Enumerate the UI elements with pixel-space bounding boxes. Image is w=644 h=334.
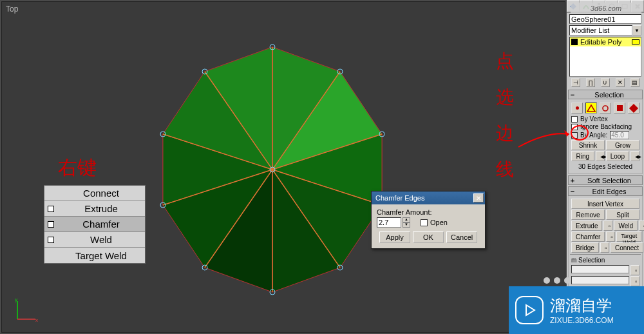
open-checkbox[interactable]	[421, 219, 428, 226]
watermark-top: 3d66.com	[571, 3, 641, 14]
border-subobj-button[interactable]	[600, 103, 611, 113]
chamfer-button[interactable]: Chamfer	[571, 231, 605, 242]
configure-icon[interactable]: ▤	[630, 78, 639, 87]
dialog-titlebar[interactable]: Chamfer Edges ✕	[372, 192, 485, 204]
weld-settings-button[interactable]: ▫	[639, 221, 644, 231]
chamfer-dialog: Chamfer Edges ✕ Chamfer Amount: ▲ ▼ Open…	[371, 191, 486, 249]
annotation-vert-0: 点	[496, 49, 514, 74]
make-unique-icon[interactable]: ∪	[601, 78, 610, 87]
open-label: Open	[430, 219, 448, 226]
target-weld-button[interactable]: Target Weld	[616, 231, 641, 242]
viewport-label: Top	[6, 5, 18, 14]
spinner-down-icon[interactable]: ▼	[402, 222, 410, 228]
object-name-field[interactable]: GeoSphere01	[569, 14, 641, 24]
chevron-down-icon[interactable]: ▼	[632, 25, 641, 35]
polygon-subobj-button[interactable]	[614, 103, 625, 113]
selection-status: 30 Edges Selected	[571, 162, 639, 172]
svg-point-41	[603, 106, 608, 111]
context-item-extrude[interactable]: Extrude	[44, 201, 145, 217]
split-button[interactable]: Split	[606, 210, 639, 220]
branding-box: 溜溜自学 ZIXUE.3D66.COM	[509, 286, 644, 334]
svg-text:y: y	[15, 297, 17, 302]
chamfer-amount-label: Chamfer Amount:	[377, 208, 480, 216]
by-angle-checkbox[interactable]	[571, 132, 578, 139]
minus-icon: −	[569, 91, 576, 99]
bridge-button[interactable]: Bridge	[571, 242, 599, 253]
ignore-backfacing-checkbox[interactable]	[571, 124, 578, 130]
selection-rollout: − Selection By Vertex Ignore Backfacing …	[568, 90, 643, 174]
spinner-up-icon[interactable]: ▲	[402, 217, 410, 222]
extrude-button[interactable]: Extrude	[571, 221, 602, 231]
decorative-dots	[544, 277, 571, 284]
soft-selection-rollout: + Soft Selection	[568, 175, 643, 185]
stack-item-label: Editable Poly	[580, 38, 621, 46]
ignore-backfacing-label: Ignore Backfacing	[580, 123, 632, 130]
annotation-right-click: 右键	[58, 155, 97, 181]
annotation-vertical: 点 选 边 线	[496, 49, 514, 182]
context-item-weld[interactable]: Weld	[44, 232, 145, 248]
context-label: Weld	[57, 234, 145, 245]
remove-button[interactable]: Remove	[571, 210, 605, 220]
remove-mod-icon[interactable]: ✕	[616, 78, 625, 87]
brand-title: 溜溜自学	[550, 295, 614, 316]
context-menu: Connect Extrude Chamfer Weld Target Weld	[44, 185, 146, 264]
loop-spinner[interactable]: ◂▸	[630, 151, 639, 161]
by-angle-value: 45.0	[610, 131, 629, 139]
pin-stack-icon[interactable]: ⊣	[571, 78, 580, 87]
context-item-target-weld[interactable]: Target Weld	[44, 248, 145, 263]
grow-button[interactable]: Grow	[606, 140, 639, 150]
close-icon[interactable]: ✕	[473, 193, 484, 202]
by-vertex-checkbox[interactable]	[571, 116, 578, 123]
chamfer-settings-button[interactable]: ▫	[606, 231, 615, 242]
bulb-icon[interactable]	[571, 39, 578, 45]
annotation-vert-3: 线	[496, 157, 514, 182]
rollout-header-edit-edges[interactable]: − Edit Edges	[568, 186, 643, 196]
connect-button[interactable]: Connect	[611, 242, 643, 253]
rollout-header-selection[interactable]: − Selection	[568, 90, 643, 99]
context-item-chamfer[interactable]: Chamfer	[44, 217, 145, 232]
loop-button[interactable]: Loop	[606, 151, 629, 161]
annotation-vert-1: 选	[496, 85, 514, 110]
misc-value-field-2[interactable]	[571, 276, 629, 284]
axis-gizmo: y x	[14, 297, 39, 323]
edge-subobj-button[interactable]	[585, 103, 597, 113]
settings-box-icon[interactable]	[48, 206, 54, 212]
context-label: Chamfer	[57, 219, 145, 230]
misc-section-label: m Selection	[571, 256, 639, 264]
settings-box-icon[interactable]	[48, 221, 54, 228]
stack-item-editable-poly[interactable]: Editable Poly	[570, 37, 641, 46]
modifier-stack[interactable]: Editable Poly	[569, 37, 641, 77]
misc-spinner-2[interactable]: ▫	[630, 276, 639, 286]
modifier-list-dropdown[interactable]: Modifier List ▼	[569, 25, 641, 35]
svg-text:x: x	[35, 317, 38, 323]
settings-box-icon[interactable]	[48, 237, 54, 243]
extrude-settings-button[interactable]: ▫	[603, 221, 612, 231]
bridge-settings-button[interactable]: ▫	[600, 242, 609, 253]
element-subobj-button[interactable]	[628, 103, 639, 113]
vertex-subobj-button[interactable]	[571, 103, 583, 113]
chamfer-amount-input[interactable]	[377, 217, 401, 228]
shrink-button[interactable]: Shrink	[571, 140, 605, 150]
play-icon	[515, 296, 544, 324]
cancel-button[interactable]: Cancel	[446, 231, 477, 243]
edit-edges-rollout: − Edit Edges Insert Vertex Remove Split …	[568, 186, 643, 300]
ok-button[interactable]: OK	[413, 231, 444, 243]
pin-icon[interactable]	[632, 39, 639, 44]
geosphere-mesh[interactable]	[144, 41, 401, 299]
misc-spinner[interactable]: ▫	[630, 265, 639, 275]
plus-icon: +	[569, 177, 576, 184]
rollout-header-soft-selection[interactable]: + Soft Selection	[568, 175, 643, 185]
insert-vertex-button[interactable]: Insert Vertex	[571, 199, 639, 209]
brand-url: ZIXUE.3D66.COM	[550, 316, 614, 325]
show-end-icon[interactable]: ∏	[586, 78, 595, 87]
misc-value-field[interactable]	[571, 265, 629, 273]
weld-button[interactable]: Weld	[614, 221, 638, 231]
apply-button[interactable]: Apply	[379, 231, 410, 243]
by-angle-label: By Angle:	[580, 132, 607, 139]
ring-spinner[interactable]: ◂▸	[596, 151, 605, 161]
context-label: Extrude	[57, 203, 145, 214]
rollout-title: Soft Selection	[576, 177, 642, 184]
ring-button[interactable]: Ring	[571, 151, 594, 161]
context-item-connect[interactable]: Connect	[44, 186, 145, 201]
rollout-title: Edit Edges	[576, 188, 642, 195]
